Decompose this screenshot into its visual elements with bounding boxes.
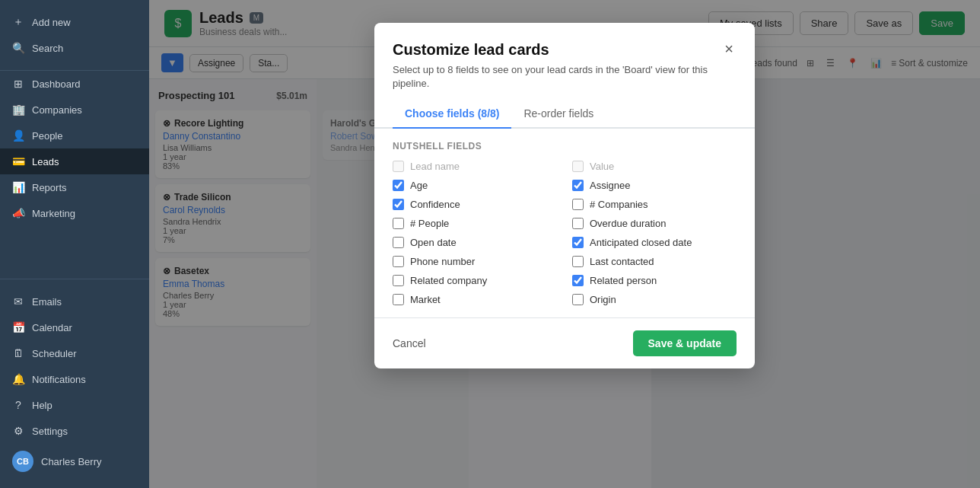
modal-footer: Cancel Save & update [374, 317, 755, 368]
field-label: Assignee [590, 180, 630, 191]
marketing-icon: 📣 [12, 207, 24, 219]
field-checkbox-lead-name [393, 161, 404, 172]
emails-icon: ✉ [12, 295, 24, 308]
field-item[interactable]: Related person [572, 275, 737, 286]
field-label: Last contacted [590, 256, 654, 267]
field-checkbox-age[interactable] [393, 180, 404, 191]
modal-subtitle: Select up to 8 fields to see on your lea… [393, 63, 721, 91]
sidebar-item-people[interactable]: 👤People [0, 123, 149, 148]
field-checkbox-open-date[interactable] [393, 237, 404, 248]
sidebar-add-new[interactable]: ＋ Add new [0, 9, 149, 35]
sidebar-item-marketing[interactable]: 📣Marketing [0, 200, 149, 226]
field-checkbox-related-person[interactable] [572, 275, 584, 286]
notifications-icon: 🔔 [12, 373, 24, 385]
modal-header: Customize lead cards Select up to 8 fiel… [374, 23, 755, 100]
companies-icon: 🏢 [12, 104, 24, 116]
field-label: Origin [590, 294, 616, 305]
sidebar-item-dashboard[interactable]: ⊞Dashboard [0, 71, 149, 97]
field-label: Market [410, 294, 441, 305]
field-label: Open date [410, 237, 457, 248]
sidebar-item-settings[interactable]: ⚙Settings [0, 418, 149, 444]
field-item[interactable]: Related company [393, 275, 557, 286]
modal-body: Nutshell fields Lead nameValueAgeAssigne… [374, 129, 755, 317]
modal-title: Customize lead cards [393, 41, 721, 59]
field-label: Related person [590, 275, 657, 286]
field-item[interactable]: Confidence [393, 199, 557, 210]
field-label: Lead name [410, 161, 460, 172]
section-label: Nutshell fields [393, 141, 737, 152]
field-item[interactable]: Overdue duration [572, 218, 737, 229]
fields-grid: Lead nameValueAgeAssigneeConfidence# Com… [393, 161, 737, 305]
field-checkbox---companies[interactable] [572, 199, 584, 210]
avatar: CB [12, 451, 33, 472]
sidebar-item-scheduler[interactable]: 🗓Scheduler [0, 340, 149, 366]
modal-tabs: Choose fields (8/8) Re-order fields [374, 100, 755, 129]
field-item[interactable]: Market [393, 294, 557, 305]
sidebar-user[interactable]: CB Charles Berry [0, 444, 149, 479]
field-checkbox-overdue-duration[interactable] [572, 218, 584, 229]
sidebar-item-calendar[interactable]: 📅Calendar [0, 314, 149, 340]
cancel-button[interactable]: Cancel [393, 331, 426, 356]
field-item[interactable]: Origin [572, 294, 737, 305]
field-checkbox---people[interactable] [393, 218, 404, 229]
field-item[interactable]: Lead name [393, 161, 557, 172]
field-item[interactable]: Assignee [572, 180, 737, 191]
field-label: Value [590, 161, 614, 172]
field-checkbox-last-contacted[interactable] [572, 256, 584, 267]
field-item[interactable]: Phone number [393, 256, 557, 267]
field-checkbox-anticipated-closed-date[interactable] [572, 237, 584, 248]
people-icon: 👤 [12, 129, 24, 142]
field-label: Age [410, 180, 428, 191]
field-label: Overdue duration [590, 218, 666, 229]
settings-icon: ⚙ [12, 425, 24, 437]
main-content: $ Leads M Business deals with... My save… [149, 0, 980, 488]
field-label: Confidence [410, 199, 460, 210]
field-item[interactable]: Value [572, 161, 737, 172]
field-item[interactable]: Age [393, 180, 557, 191]
sidebar-search[interactable]: 🔍 Search [0, 35, 149, 61]
field-item[interactable]: Open date [393, 237, 557, 248]
field-checkbox-phone-number[interactable] [393, 256, 404, 267]
scheduler-icon: 🗓 [12, 347, 24, 359]
field-item[interactable]: Last contacted [572, 256, 737, 267]
field-item[interactable]: # People [393, 218, 557, 229]
field-label: Related company [410, 275, 487, 286]
tab-reorder-fields[interactable]: Re-order fields [511, 100, 606, 129]
field-checkbox-related-company[interactable] [393, 275, 404, 286]
plus-icon: ＋ [12, 16, 24, 28]
reports-icon: 📊 [12, 181, 24, 193]
sidebar-item-companies[interactable]: 🏢Companies [0, 97, 149, 123]
field-label: Anticipated closed date [590, 237, 692, 248]
help-icon: ? [12, 399, 24, 411]
search-icon: 🔍 [12, 42, 24, 54]
sidebar-item-emails[interactable]: ✉Emails [0, 289, 149, 314]
field-checkbox-value [572, 161, 584, 172]
field-item[interactable]: # Companies [572, 199, 737, 210]
calendar-icon: 📅 [12, 321, 24, 333]
sidebar: ＋ Add new 🔍 Search ⊞Dashboard🏢Companies👤… [0, 0, 149, 488]
field-label: # People [410, 218, 449, 229]
save-update-button[interactable]: Save & update [633, 330, 737, 356]
modal-close-button[interactable]: × [721, 41, 737, 56]
field-label: # Companies [590, 199, 648, 210]
modal-overlay: Customize lead cards Select up to 8 fiel… [149, 0, 980, 488]
field-checkbox-confidence[interactable] [393, 199, 404, 210]
field-checkbox-market[interactable] [393, 294, 404, 305]
field-checkbox-assignee[interactable] [572, 180, 584, 191]
sidebar-item-notifications[interactable]: 🔔Notifications [0, 366, 149, 392]
dashboard-icon: ⊞ [12, 78, 24, 90]
sidebar-item-help[interactable]: ?Help [0, 392, 149, 418]
field-checkbox-origin[interactable] [572, 294, 584, 305]
leads-icon: 💳 [12, 155, 24, 167]
customize-modal: Customize lead cards Select up to 8 fiel… [374, 23, 755, 368]
tab-choose-fields[interactable]: Choose fields (8/8) [393, 100, 511, 129]
field-label: Phone number [410, 256, 475, 267]
sidebar-item-reports[interactable]: 📊Reports [0, 174, 149, 200]
sidebar-item-leads[interactable]: 💳Leads [0, 148, 149, 174]
field-item[interactable]: Anticipated closed date [572, 237, 737, 248]
